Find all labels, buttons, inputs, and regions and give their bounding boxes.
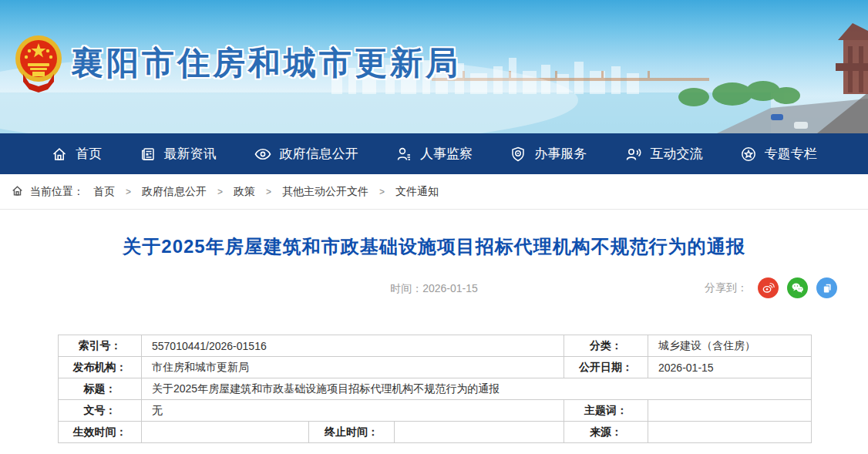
breadcrumb-item-policy[interactable]: 政策 <box>234 185 255 199</box>
breadcrumb-separator: > <box>217 187 223 197</box>
article-meta: 时间：2026-01-15 分享到： <box>0 277 868 301</box>
nav-item-home[interactable]: 首页 <box>51 145 102 163</box>
star-icon <box>740 146 757 163</box>
nav-label: 人事监察 <box>420 145 473 163</box>
table-row: 标题： 关于2025年房屋建筑和市政基础设施项目招标代理机构不规范行为的通报 <box>59 378 812 400</box>
breadcrumb-separator: > <box>126 187 131 197</box>
doc-title-value: 关于2025年房屋建筑和市政基础设施项目招标代理机构不规范行为的通报 <box>142 378 812 400</box>
nav-label: 互动交流 <box>651 145 703 163</box>
site-title: 襄阳市住房和城市更新局 <box>71 42 461 85</box>
breadcrumb-separator: > <box>379 187 385 197</box>
nav-item-interaction[interactable]: 互动交流 <box>624 145 703 163</box>
site-banner: 襄阳市住房和城市更新局 <box>0 0 868 133</box>
category-label: 分类： <box>564 335 648 357</box>
nav-item-services[interactable]: 办事服务 <box>510 145 587 163</box>
time-value: 2026-01-15 <box>422 282 478 294</box>
keywords-value <box>648 400 812 422</box>
home-icon <box>11 184 24 200</box>
effective-date-value <box>142 422 309 443</box>
source-label: 来源： <box>564 422 648 443</box>
table-row: 文号： 无 主题词： <box>59 400 812 422</box>
nav-item-personnel[interactable]: 人事监察 <box>395 145 473 163</box>
main-navigation: 首页 最新资讯 政府信息公开 <box>0 133 868 174</box>
shield-icon <box>510 146 527 163</box>
nav-label: 首页 <box>76 145 102 163</box>
person-icon <box>395 146 412 163</box>
breadcrumb-prefix: 当前位置： <box>30 185 84 199</box>
article-title: 关于2025年房屋建筑和市政基础设施项目招标代理机构不规范行为的通报 <box>0 234 868 259</box>
breadcrumb-item-gov-info[interactable]: 政府信息公开 <box>142 185 207 199</box>
nav-item-news[interactable]: 最新资讯 <box>140 145 217 163</box>
index-number-label: 索引号： <box>59 335 142 357</box>
nav-label: 政府信息公开 <box>280 145 358 163</box>
nav-item-gov-info[interactable]: 政府信息公开 <box>254 145 358 163</box>
copy-link-share-icon[interactable] <box>816 277 837 298</box>
publish-date-label: 公开日期： <box>564 357 648 378</box>
expiry-date-label: 终止时间： <box>309 422 395 443</box>
eye-icon <box>254 146 272 163</box>
national-emblem-icon <box>14 34 63 94</box>
doc-title-label: 标题： <box>59 378 142 400</box>
breadcrumb-separator: > <box>266 187 271 197</box>
agency-label: 发布机构： <box>59 357 142 378</box>
nav-label: 专题专栏 <box>765 145 817 163</box>
table-row: 发布机构： 市住房和城市更新局 公开日期： 2026-01-15 <box>59 357 812 378</box>
table-row: 索引号： 557010441/2026-01516 分类： 城乡建设（含住房） <box>59 335 812 357</box>
news-icon <box>140 146 156 163</box>
interaction-icon <box>624 146 643 163</box>
breadcrumb: 当前位置： 首页 > 政府信息公开 > 政策 > 其他主动公开文件 > 文件通知 <box>0 174 868 210</box>
table-row: 生效时间： 终止时间： 来源： <box>59 422 812 443</box>
time-label: 时间： <box>390 282 422 294</box>
document-info-table: 索引号： 557010441/2026-01516 分类： 城乡建设（含住房） … <box>58 335 812 443</box>
home-icon <box>51 146 68 163</box>
keywords-label: 主题词： <box>564 400 648 422</box>
weibo-share-icon[interactable] <box>758 277 779 298</box>
article-content: 关于2025年房屋建筑和市政基础设施项目招标代理机构不规范行为的通报 时间：20… <box>0 234 868 443</box>
share-group: 分享到： <box>705 277 837 298</box>
share-label: 分享到： <box>705 281 748 295</box>
doc-number-label: 文号： <box>59 400 142 422</box>
publish-date-value: 2026-01-15 <box>648 357 812 378</box>
nav-label: 办事服务 <box>534 145 587 163</box>
nav-label: 最新资讯 <box>164 145 217 163</box>
doc-number-value: 无 <box>142 400 564 422</box>
breadcrumb-item-other-public-docs[interactable]: 其他主动公开文件 <box>282 185 368 199</box>
nav-item-special-topics[interactable]: 专题专栏 <box>740 145 817 163</box>
source-value <box>648 422 812 443</box>
breadcrumb-item-doc-notice[interactable]: 文件通知 <box>395 185 439 199</box>
breadcrumb-item-home[interactable]: 首页 <box>93 185 115 199</box>
agency-value: 市住房和城市更新局 <box>142 357 564 378</box>
wechat-share-icon[interactable] <box>787 277 808 298</box>
expiry-date-value <box>395 422 564 443</box>
index-number-value: 557010441/2026-01516 <box>142 335 564 357</box>
effective-date-label: 生效时间： <box>59 422 142 443</box>
category-value: 城乡建设（含住房） <box>648 335 812 357</box>
